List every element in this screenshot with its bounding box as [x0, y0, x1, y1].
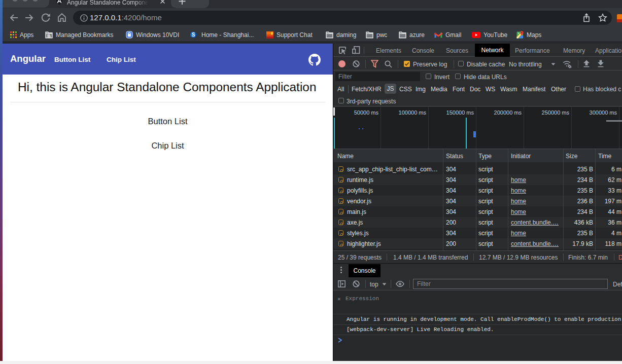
svg-text:S: S — [192, 32, 195, 38]
